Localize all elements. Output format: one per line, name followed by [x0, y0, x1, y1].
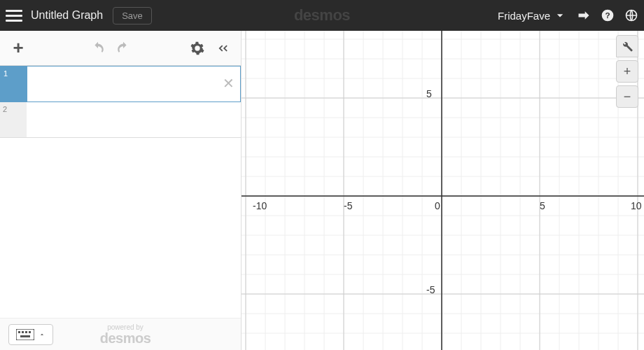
zoom-in-button[interactable]: + — [616, 60, 638, 83]
username: FridayFave — [498, 10, 550, 22]
svg-rect-7 — [29, 331, 31, 333]
wrench-icon — [621, 40, 634, 52]
keyboard-icon — [16, 329, 34, 340]
y-axis-tick: -5 — [426, 284, 435, 295]
svg-rect-8 — [20, 335, 30, 337]
graph-settings-button[interactable] — [616, 35, 638, 57]
add-expression-button[interactable]: + — [8, 38, 28, 58]
svg-text:?: ? — [605, 10, 610, 20]
x-axis-tick: 10 — [631, 200, 642, 211]
chevron-up-icon — [38, 331, 46, 338]
expression-input[interactable] — [27, 102, 241, 137]
zoom-out-button[interactable]: − — [616, 85, 638, 108]
gear-icon — [190, 41, 205, 56]
chevron-double-left-icon — [215, 41, 230, 56]
undo-icon — [90, 41, 106, 56]
close-icon[interactable]: ✕ — [223, 75, 234, 92]
powered-by-logo: powered by desmos — [100, 324, 151, 345]
redo-button[interactable] — [113, 38, 133, 58]
svg-rect-4 — [18, 331, 20, 333]
save-button[interactable]: Save — [113, 7, 152, 24]
share-icon[interactable] — [577, 8, 591, 22]
chevron-down-icon — [553, 8, 567, 22]
expression-number: 1 — [1, 66, 27, 102]
expression-row[interactable]: 1✕ — [0, 66, 241, 102]
x-axis-tick: 0 — [435, 200, 440, 211]
expression-row[interactable]: 2 — [0, 102, 241, 138]
brand-logo: desmos — [294, 6, 350, 24]
globe-icon[interactable] — [624, 8, 638, 22]
x-axis-tick: -10 — [253, 200, 267, 211]
redo-icon — [115, 41, 131, 56]
graph-title[interactable]: Untitled Graph — [31, 9, 103, 22]
expression-panel: + 1✕2 powered by desmos — [0, 31, 241, 350]
keyboard-button[interactable] — [8, 324, 53, 345]
help-icon[interactable]: ? — [601, 8, 615, 22]
expression-input[interactable] — [27, 66, 240, 102]
svg-rect-6 — [25, 331, 27, 333]
svg-rect-5 — [22, 331, 24, 333]
settings-button[interactable] — [188, 38, 207, 58]
svg-rect-3 — [16, 329, 34, 340]
undo-button[interactable] — [88, 38, 108, 58]
x-axis-tick: 5 — [540, 200, 545, 211]
user-menu[interactable]: FridayFave — [498, 8, 567, 22]
collapse-panel-button[interactable] — [213, 38, 232, 58]
graph-canvas[interactable]: -10-505105-5 + − — [241, 31, 644, 350]
menu-button[interactable] — [6, 7, 22, 24]
expression-number: 2 — [0, 102, 27, 137]
y-axis-tick: 5 — [426, 88, 432, 99]
x-axis-tick: -5 — [344, 200, 352, 211]
